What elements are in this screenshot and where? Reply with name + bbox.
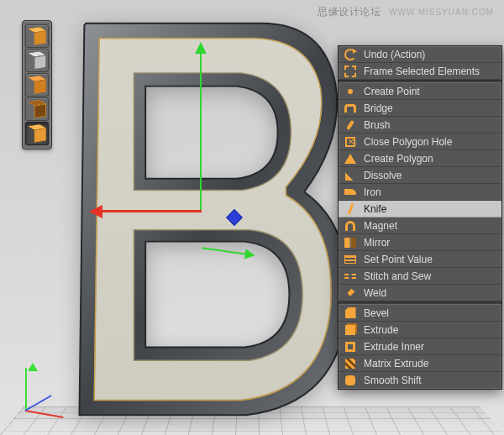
bridge-icon [344, 102, 357, 115]
menu-item-label: Frame Selected Elements [364, 66, 495, 77]
menu-item-bevel[interactable]: Bevel [339, 305, 501, 322]
close-polygon-hole-icon [344, 135, 357, 149]
menu-item-label: Stitch and Sew [364, 270, 495, 282]
menu-item-label: Extrude Inner [364, 341, 495, 353]
stitch-and-sew-icon [344, 270, 357, 283]
weld-icon [344, 286, 357, 300]
extrude-inner-icon [344, 340, 357, 354]
world-axes-gizmo [18, 361, 69, 411]
create-polygon-icon [344, 152, 357, 165]
menu-item-dissolve[interactable]: Dissolve [339, 167, 501, 184]
menu-item-frame-selected-elements[interactable]: Frame Selected Elements [339, 63, 501, 80]
menu-item-label: Bevel [364, 307, 495, 319]
menu-item-matrix-extrude[interactable]: Matrix Extrude [339, 355, 501, 372]
menu-item-label: Weld [364, 287, 495, 299]
cube-top-icon[interactable] [25, 24, 49, 48]
menu-item-label: Dissolve [364, 170, 495, 181]
create-point-icon [344, 85, 357, 98]
menu-item-bridge[interactable]: Bridge [339, 100, 501, 117]
menu-item-label: Matrix Extrude [364, 358, 495, 369]
menu-item-label: Undo (Action) [364, 49, 495, 60]
menu-item-brush[interactable]: Brush [339, 117, 501, 134]
iron-icon [344, 186, 357, 199]
cube-dark-icon[interactable] [25, 97, 49, 121]
matrix-extrude-icon [344, 357, 357, 370]
knife-icon [344, 202, 357, 216]
menu-item-label: Extrude [364, 324, 495, 336]
menu-item-label: Knife [364, 203, 495, 215]
mode-iconbar [22, 20, 52, 149]
cube-half-icon[interactable] [25, 73, 49, 97]
menu-item-undo-action-[interactable]: Undo (Action) [339, 46, 501, 63]
dissolve-icon [344, 169, 357, 182]
menu-item-set-point-value[interactable]: Set Point Value [339, 251, 501, 268]
menu-item-magnet[interactable]: Magnet [339, 218, 501, 234]
bevel-icon [344, 307, 357, 320]
extrude-icon [344, 323, 357, 337]
menu-item-extrude[interactable]: Extrude [339, 322, 501, 338]
menu-item-label: Set Point Value [364, 254, 495, 265]
frame-icon [344, 65, 357, 78]
cube-solid-icon[interactable] [25, 122, 49, 145]
magnet-icon [344, 219, 357, 233]
brush-icon [344, 118, 357, 132]
menu-item-weld[interactable]: Weld [339, 285, 501, 301]
menu-item-extrude-inner[interactable]: Extrude Inner [339, 338, 501, 355]
set-point-value-icon [344, 253, 357, 266]
undo-icon [344, 48, 357, 61]
menu-item-label: Close Polygon Hole [364, 136, 495, 148]
cube-dotted-icon[interactable] [25, 49, 49, 72]
menu-item-label: Iron [364, 186, 495, 198]
menu-item-label: Brush [364, 119, 495, 131]
menu-item-label: Mirror [364, 237, 495, 249]
menu-item-label: Magnet [364, 220, 495, 232]
smooth-shift-icon [344, 374, 357, 387]
menu-item-iron[interactable]: Iron [339, 184, 501, 201]
menu-item-label: Smooth Shift [364, 375, 495, 386]
menu-item-label: Create Polygon [364, 153, 495, 165]
watermark-url: WWW.MISSYUAN.COM [389, 8, 494, 17]
menu-item-create-point[interactable]: Create Point [339, 83, 501, 100]
menu-item-create-polygon[interactable]: Create Polygon [339, 150, 501, 167]
menu-item-label: Bridge [364, 102, 495, 114]
menu-item-knife[interactable]: Knife [339, 201, 501, 218]
menu-item-close-polygon-hole[interactable]: Close Polygon Hole [339, 134, 501, 150]
menu-item-smooth-shift[interactable]: Smooth Shift [339, 372, 501, 389]
viewport-object-letter-b[interactable] [64, 15, 349, 428]
menu-item-mirror[interactable]: Mirror [339, 234, 501, 251]
menu-item-label: Create Point [364, 86, 495, 97]
mirror-icon [344, 236, 357, 249]
menu-item-stitch-and-sew[interactable]: Stitch and Sew [339, 268, 501, 285]
context-menu: Undo (Action)Frame Selected ElementsCrea… [338, 45, 502, 390]
